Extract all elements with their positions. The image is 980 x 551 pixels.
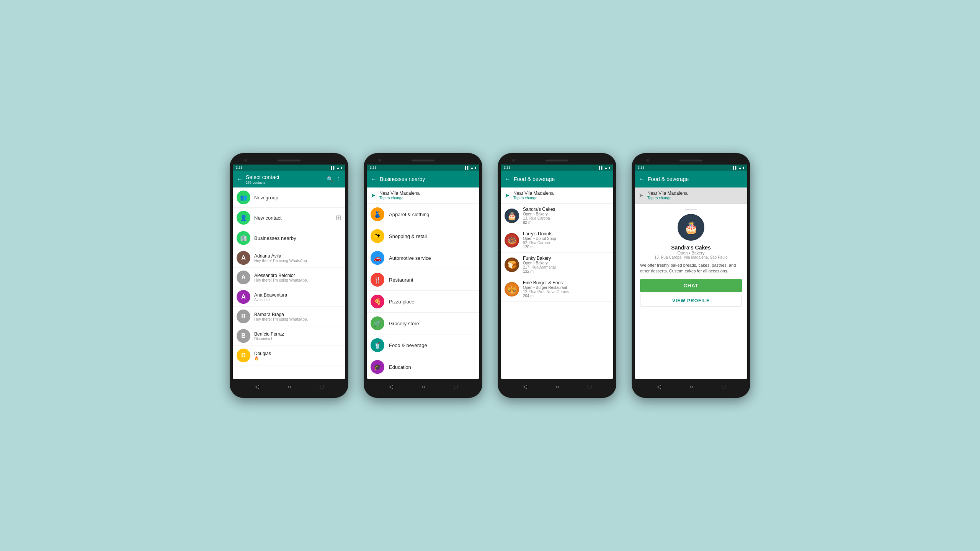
contact-info-alessandro: Alessandro Belchior Hey there! I'm using… (254, 273, 341, 282)
app-header-1: ← Select contact 256 contacts 🔍 ⋮ (233, 171, 345, 187)
time-1: 3:35 (236, 166, 243, 170)
back-button-4[interactable]: ← (639, 176, 645, 183)
status-icons-4: ▌▌ ▲ ▮ (733, 166, 744, 170)
location-header-3[interactable]: ➤ Near Vila Madalena Tap to change (501, 187, 613, 204)
biz-item-larrys[interactable]: 🍩 Larry's Donuts Open • Donut Shop 82, R… (501, 228, 613, 253)
category-education[interactable]: 🎓 Education (367, 356, 479, 378)
status-bar-2: 3:35 ▌▌ ▲ ▮ (367, 165, 479, 171)
biz-avatar-larrys: 🍩 (505, 233, 519, 248)
nav-bar-2: ◁ ○ □ (367, 379, 479, 394)
biz-item-fineburguer[interactable]: 🍔 Fine Burger & Fries Open • Burger Rest… (501, 277, 613, 302)
home-nav-3[interactable]: ○ (556, 383, 559, 390)
signal-icon-4: ▌▌ (733, 166, 737, 170)
status-icons-2: ▌▌ ▲ ▮ (465, 166, 476, 170)
contact-item-benicio[interactable]: B Benício Ferraz Disponível (233, 326, 345, 346)
detail-biz-name: Sandra's Cakes (671, 245, 711, 251)
category-automotive[interactable]: 🚗 Automotive service (367, 247, 479, 269)
phone-1: 3:35 ▌▌ ▲ ▮ ← Select contact 256 contact… (230, 153, 348, 398)
phone-speaker-2 (412, 160, 434, 161)
category-pizza[interactable]: 🍕 Pizza place (367, 291, 479, 313)
status-icons-3: ▌▌ ▲ ▮ (599, 166, 610, 170)
view-profile-button[interactable]: VIEW PROFILE (640, 295, 742, 307)
phone-camera-1 (244, 159, 247, 162)
category-shopping[interactable]: 🛍 Shopping & retail (367, 225, 479, 247)
status-icons-1: ▌▌ ▲ ▮ (331, 166, 342, 170)
location-name-4: Near Vila Madalena (647, 191, 688, 196)
businesses-nearby-item[interactable]: 🏢 Businesses nearby (233, 228, 345, 248)
chat-button[interactable]: CHAT (640, 279, 742, 292)
new-contact-label: New contact (254, 215, 282, 221)
back-nav-2[interactable]: ◁ (389, 383, 393, 390)
home-nav-1[interactable]: ○ (288, 383, 291, 390)
contact-item-adriana[interactable]: A Adriana Ávila Hey there! I'm using Wha… (233, 248, 345, 268)
shopping-label: Shopping & retail (389, 233, 427, 239)
recents-nav-4[interactable]: □ (722, 383, 725, 390)
education-icon: 🎓 (371, 360, 384, 374)
apparel-icon: 👗 (371, 207, 384, 221)
biz-item-sandras[interactable]: 🎂 Sandra's Cakes Open • Bakery 13, Rua C… (501, 204, 613, 228)
contact-item-barbara[interactable]: B Bárbara Braga Hey there! I'm using Wha… (233, 307, 345, 326)
wifi-icon-1: ▲ (336, 166, 340, 170)
location-info-2: Near Vila Madalena Tap to change (379, 191, 420, 200)
biz-avatar-fineburguer: 🍔 (505, 282, 519, 297)
recents-nav-3[interactable]: □ (588, 383, 591, 390)
avatar-benicio: B (237, 329, 250, 343)
new-contact-item[interactable]: 👤 New contact ⊞ (233, 208, 345, 228)
category-restaurant[interactable]: 🍴 Restaurant (367, 269, 479, 291)
back-nav-4[interactable]: ◁ (657, 383, 661, 390)
avatar-alessandro: A (237, 271, 250, 284)
page-title-2: Businesses nearby (380, 176, 475, 182)
more-icon-1[interactable]: ⋮ (336, 176, 341, 182)
back-button-3[interactable]: ← (505, 176, 511, 183)
app-header-3: ← Food & beverage (501, 171, 613, 187)
signal-icon-3: ▌▌ (599, 166, 603, 170)
qr-icon[interactable]: ⊞ (336, 214, 341, 222)
food-icon: 🥤 (371, 338, 384, 352)
time-3: 3:35 (504, 166, 511, 170)
biz-item-funky[interactable]: 🍞 Funky Bakery Open • Bakery 217, Rua Ar… (501, 253, 613, 277)
phone-3: 3:35 ▌▌ ▲ ▮ ← Food & beverage ➤ Near Vil… (498, 153, 616, 398)
contact-item-alessandro[interactable]: A Alessandro Belchior Hey there! I'm usi… (233, 268, 345, 287)
biz-avatar-funky: 🍞 (505, 258, 519, 272)
home-nav-4[interactable]: ○ (690, 383, 693, 390)
back-button-1[interactable]: ← (237, 176, 243, 183)
battery-icon-1: ▮ (341, 166, 342, 170)
apparel-label: Apparel & clothing (389, 212, 430, 217)
contact-item-douglas[interactable]: D Douglas 🔥 (233, 346, 345, 365)
location-icon-4: ➤ (639, 192, 644, 199)
location-action-4: Tap to change (647, 196, 688, 200)
back-button-2[interactable]: ← (371, 176, 377, 183)
status-bar-1: 3:35 ▌▌ ▲ ▮ (233, 165, 345, 171)
page-title-3: Food & beverage (514, 176, 609, 182)
avatar-douglas: D (237, 349, 250, 362)
pizza-icon: 🍕 (371, 295, 384, 308)
new-group-label: New group (254, 195, 278, 201)
battery-icon-2: ▮ (475, 166, 476, 170)
phone-4: 3:35 ▌▌ ▲ ▮ ← Food & beverage ➤ Near Vil… (632, 153, 750, 398)
location-action-3: Tap to change (513, 196, 554, 200)
time-4: 3:35 (638, 166, 645, 170)
home-nav-2[interactable]: ○ (422, 383, 425, 390)
category-apparel[interactable]: 👗 Apparel & clothing (367, 204, 479, 225)
back-nav-1[interactable]: ◁ (255, 383, 259, 390)
category-food[interactable]: 🥤 Food & beverage (367, 334, 479, 356)
phone-camera-4 (646, 159, 649, 162)
recents-nav-2[interactable]: □ (454, 383, 457, 390)
detail-biz-addr: 13, Rua Caropá, Vila Madalena, São Paulo (654, 255, 727, 259)
category-grocery[interactable]: 🛒 Grocery store (367, 313, 479, 334)
location-info-3: Near Vila Madalena Tap to change (513, 191, 554, 200)
location-header-4[interactable]: ➤ Near Vila Madalena Tap to change (635, 187, 747, 204)
new-group-item[interactable]: 👥 New group (233, 187, 345, 208)
business-detail-card: 🎂 Sandra's Cakes Open • Bakery 13, Rua C… (635, 204, 747, 379)
contact-item-ana[interactable]: A Ana Boaventura Available (233, 287, 345, 307)
nav-bar-4: ◁ ○ □ (635, 379, 747, 394)
back-nav-3[interactable]: ◁ (523, 383, 527, 390)
drag-handle (685, 209, 697, 210)
search-icon-1[interactable]: 🔍 (327, 176, 333, 182)
contact-info-adriana: Adriana Ávila Hey there! I'm using Whats… (254, 253, 341, 263)
recents-nav-1[interactable]: □ (320, 383, 323, 390)
phone-screen-2: 3:35 ▌▌ ▲ ▮ ← Businesses nearby ➤ Near V… (367, 165, 479, 379)
education-label: Education (389, 364, 411, 370)
location-header-2[interactable]: ➤ Near Vila Madalena Tap to change (367, 187, 479, 204)
wifi-icon-4: ▲ (738, 166, 742, 170)
